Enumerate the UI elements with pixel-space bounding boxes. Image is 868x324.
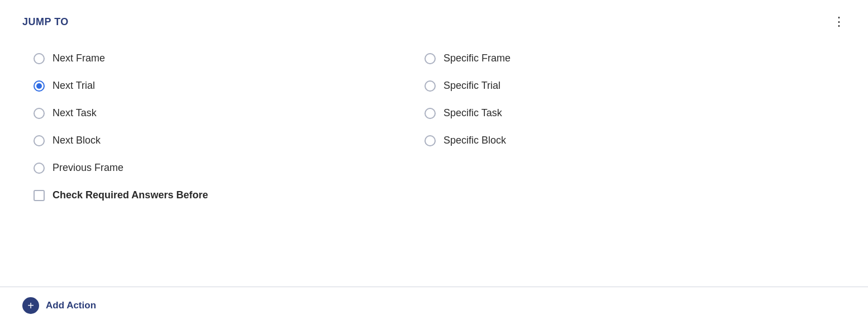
label-check-required: Check Required Answers Before [53, 189, 208, 201]
radio-next-frame[interactable] [34, 53, 45, 64]
radio-specific-block[interactable] [425, 135, 436, 146]
add-action-label[interactable]: Add Action [46, 300, 96, 311]
radio-previous-frame[interactable] [34, 163, 45, 174]
left-column: Next Frame Next Trial Next Task Next Blo… [34, 45, 425, 209]
option-next-trial[interactable]: Next Trial [34, 72, 425, 99]
panel-content: Next Frame Next Trial Next Task Next Blo… [0, 39, 868, 287]
label-specific-frame: Specific Frame [443, 53, 511, 64]
label-next-frame: Next Frame [53, 53, 105, 64]
right-column: Specific Frame Specific Trial Specific T… [425, 45, 815, 209]
option-specific-task[interactable]: Specific Task [425, 99, 815, 127]
option-specific-block[interactable]: Specific Block [425, 127, 815, 154]
panel-footer: + Add Action [0, 287, 868, 324]
option-previous-frame[interactable]: Previous Frame [34, 154, 425, 182]
option-specific-trial[interactable]: Specific Trial [425, 72, 815, 99]
label-specific-block: Specific Block [443, 135, 506, 146]
plus-icon: + [27, 300, 34, 311]
radio-specific-trial[interactable] [425, 80, 436, 92]
radio-specific-task[interactable] [425, 108, 436, 119]
radio-next-task[interactable] [34, 108, 45, 119]
label-specific-trial: Specific Trial [443, 80, 500, 92]
option-specific-frame[interactable]: Specific Frame [425, 45, 815, 72]
option-next-task[interactable]: Next Task [34, 99, 425, 127]
option-next-frame[interactable]: Next Frame [34, 45, 425, 72]
radio-next-trial[interactable] [34, 80, 45, 92]
option-next-block[interactable]: Next Block [34, 127, 425, 154]
label-next-block: Next Block [53, 135, 101, 146]
options-wrapper: Next Frame Next Trial Next Task Next Blo… [34, 45, 815, 209]
radio-next-block[interactable] [34, 135, 45, 146]
label-next-task: Next Task [53, 107, 97, 119]
jump-to-panel: JUMP TO ⋮ Next Frame Next Trial Nex [0, 0, 868, 324]
radio-specific-frame[interactable] [425, 53, 436, 64]
panel-title: JUMP TO [22, 16, 69, 28]
label-next-trial: Next Trial [53, 80, 95, 92]
checkbox-check-required[interactable] [34, 190, 45, 201]
add-action-icon[interactable]: + [22, 297, 39, 314]
label-specific-task: Specific Task [443, 107, 502, 119]
option-check-required[interactable]: Check Required Answers Before [34, 182, 425, 209]
panel-header: JUMP TO ⋮ [0, 0, 868, 39]
label-previous-frame: Previous Frame [53, 162, 123, 174]
more-options-icon[interactable]: ⋮ [833, 16, 846, 28]
